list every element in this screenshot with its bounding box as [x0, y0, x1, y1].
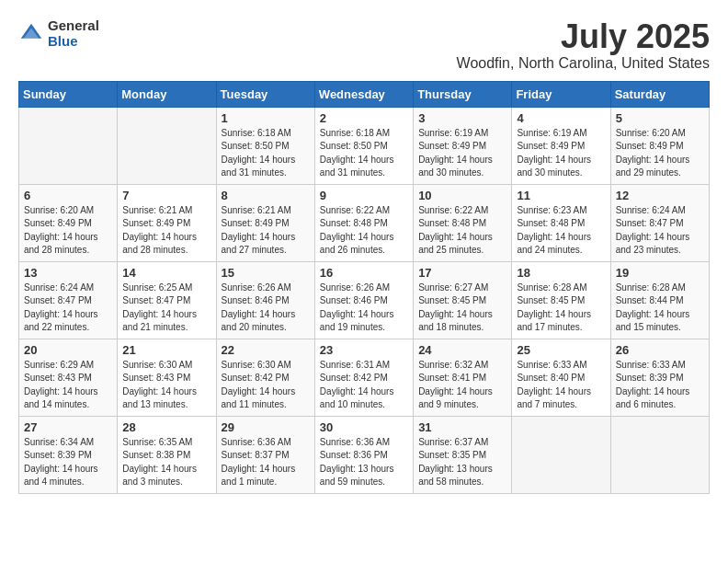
title-area: July 2025 Woodfin, North Carolina, Unite…: [457, 18, 710, 72]
calendar-cell: 29Sunrise: 6:36 AM Sunset: 8:37 PM Dayli…: [216, 416, 314, 493]
calendar-cell: [19, 107, 118, 184]
day-info: Sunrise: 6:30 AM Sunset: 8:42 PM Dayligh…: [222, 359, 310, 412]
day-number: 27: [24, 420, 112, 434]
day-number: 31: [418, 420, 506, 434]
day-number: 9: [320, 189, 408, 202]
day-number: 22: [222, 343, 310, 357]
logo: General Blue: [18, 18, 99, 49]
calendar-cell: 8Sunrise: 6:21 AM Sunset: 8:49 PM Daylig…: [216, 184, 314, 261]
month-title: July 2025: [457, 18, 710, 55]
day-number: 10: [418, 189, 506, 202]
day-info: Sunrise: 6:26 AM Sunset: 8:46 PM Dayligh…: [320, 282, 408, 335]
day-info: Sunrise: 6:22 AM Sunset: 8:48 PM Dayligh…: [418, 204, 506, 258]
day-info: Sunrise: 6:23 AM Sunset: 8:48 PM Dayligh…: [517, 204, 605, 258]
calendar-week-row: 1Sunrise: 6:18 AM Sunset: 8:50 PM Daylig…: [19, 107, 710, 184]
calendar-cell: 15Sunrise: 6:26 AM Sunset: 8:46 PM Dayli…: [216, 261, 314, 339]
day-info: Sunrise: 6:36 AM Sunset: 8:37 PM Dayligh…: [222, 436, 310, 489]
calendar-cell: 13Sunrise: 6:24 AM Sunset: 8:47 PM Dayli…: [19, 261, 118, 339]
day-number: 2: [320, 111, 408, 125]
day-info: Sunrise: 6:24 AM Sunset: 8:47 PM Dayligh…: [616, 204, 704, 258]
day-info: Sunrise: 6:21 AM Sunset: 8:49 PM Dayligh…: [122, 204, 210, 258]
day-number: 26: [616, 343, 704, 357]
calendar-week-row: 20Sunrise: 6:29 AM Sunset: 8:43 PM Dayli…: [19, 339, 710, 416]
day-info: Sunrise: 6:18 AM Sunset: 8:50 PM Dayligh…: [320, 127, 408, 180]
day-info: Sunrise: 6:35 AM Sunset: 8:38 PM Dayligh…: [122, 436, 210, 489]
day-number: 1: [222, 111, 310, 125]
day-number: 20: [24, 343, 112, 357]
day-number: 21: [122, 343, 210, 357]
day-number: 18: [517, 266, 605, 280]
calendar-header-saturday: Saturday: [610, 81, 709, 107]
calendar-cell: 9Sunrise: 6:22 AM Sunset: 8:48 PM Daylig…: [314, 184, 413, 261]
day-info: Sunrise: 6:24 AM Sunset: 8:47 PM Dayligh…: [24, 282, 112, 335]
calendar-cell: 19Sunrise: 6:28 AM Sunset: 8:44 PM Dayli…: [610, 261, 709, 339]
day-info: Sunrise: 6:25 AM Sunset: 8:47 PM Dayligh…: [122, 282, 210, 335]
calendar-cell: 20Sunrise: 6:29 AM Sunset: 8:43 PM Dayli…: [19, 339, 118, 416]
day-number: 6: [24, 189, 112, 202]
calendar-cell: 27Sunrise: 6:34 AM Sunset: 8:39 PM Dayli…: [19, 416, 118, 493]
day-number: 29: [222, 420, 310, 434]
calendar-header-monday: Monday: [118, 81, 216, 107]
day-number: 15: [222, 266, 310, 280]
day-number: 8: [222, 189, 310, 202]
day-info: Sunrise: 6:34 AM Sunset: 8:39 PM Dayligh…: [24, 436, 112, 489]
location-title: Woodfin, North Carolina, United States: [457, 55, 710, 72]
day-info: Sunrise: 6:20 AM Sunset: 8:49 PM Dayligh…: [616, 127, 704, 180]
calendar-cell: 1Sunrise: 6:18 AM Sunset: 8:50 PM Daylig…: [216, 107, 314, 184]
day-info: Sunrise: 6:36 AM Sunset: 8:36 PM Dayligh…: [320, 436, 408, 489]
day-number: 30: [320, 420, 408, 434]
calendar-cell: 3Sunrise: 6:19 AM Sunset: 8:49 PM Daylig…: [414, 107, 512, 184]
day-number: 25: [517, 343, 605, 357]
calendar-cell: 31Sunrise: 6:37 AM Sunset: 8:35 PM Dayli…: [414, 416, 512, 493]
calendar-cell: 10Sunrise: 6:22 AM Sunset: 8:48 PM Dayli…: [414, 184, 512, 261]
day-number: 3: [418, 111, 506, 125]
logo-text: General Blue: [48, 18, 99, 49]
calendar-cell: [512, 416, 610, 493]
calendar-cell: 11Sunrise: 6:23 AM Sunset: 8:48 PM Dayli…: [512, 184, 610, 261]
day-number: 7: [122, 189, 210, 202]
calendar-cell: 6Sunrise: 6:20 AM Sunset: 8:49 PM Daylig…: [19, 184, 118, 261]
day-info: Sunrise: 6:28 AM Sunset: 8:44 PM Dayligh…: [616, 282, 704, 335]
calendar-cell: 23Sunrise: 6:31 AM Sunset: 8:42 PM Dayli…: [314, 339, 413, 416]
day-number: 24: [418, 343, 506, 357]
day-info: Sunrise: 6:22 AM Sunset: 8:48 PM Dayligh…: [320, 204, 408, 258]
calendar-header-friday: Friday: [512, 81, 610, 107]
day-info: Sunrise: 6:18 AM Sunset: 8:50 PM Dayligh…: [222, 127, 310, 180]
calendar-header-row: SundayMondayTuesdayWednesdayThursdayFrid…: [19, 81, 710, 107]
calendar-cell: 4Sunrise: 6:19 AM Sunset: 8:49 PM Daylig…: [512, 107, 610, 184]
day-info: Sunrise: 6:29 AM Sunset: 8:43 PM Dayligh…: [24, 359, 112, 412]
logo-icon: [18, 21, 44, 47]
calendar-cell: 21Sunrise: 6:30 AM Sunset: 8:43 PM Dayli…: [118, 339, 216, 416]
day-info: Sunrise: 6:20 AM Sunset: 8:49 PM Dayligh…: [24, 204, 112, 258]
calendar-cell: 14Sunrise: 6:25 AM Sunset: 8:47 PM Dayli…: [118, 261, 216, 339]
calendar-cell: 26Sunrise: 6:33 AM Sunset: 8:39 PM Dayli…: [610, 339, 709, 416]
calendar-cell: 22Sunrise: 6:30 AM Sunset: 8:42 PM Dayli…: [216, 339, 314, 416]
day-number: 12: [616, 189, 704, 202]
day-info: Sunrise: 6:27 AM Sunset: 8:45 PM Dayligh…: [418, 282, 506, 335]
calendar-header-thursday: Thursday: [414, 81, 512, 107]
calendar-week-row: 6Sunrise: 6:20 AM Sunset: 8:49 PM Daylig…: [19, 184, 710, 261]
day-number: 14: [122, 266, 210, 280]
day-number: 19: [616, 266, 704, 280]
calendar-cell: 28Sunrise: 6:35 AM Sunset: 8:38 PM Dayli…: [118, 416, 216, 493]
day-info: Sunrise: 6:28 AM Sunset: 8:45 PM Dayligh…: [517, 282, 605, 335]
calendar-header-wednesday: Wednesday: [314, 81, 413, 107]
day-info: Sunrise: 6:26 AM Sunset: 8:46 PM Dayligh…: [222, 282, 310, 335]
day-number: 28: [122, 420, 210, 434]
day-number: 17: [418, 266, 506, 280]
page-header: General Blue July 2025 Woodfin, North Ca…: [18, 18, 710, 72]
calendar-cell: 16Sunrise: 6:26 AM Sunset: 8:46 PM Dayli…: [314, 261, 413, 339]
day-info: Sunrise: 6:19 AM Sunset: 8:49 PM Dayligh…: [418, 127, 506, 180]
day-info: Sunrise: 6:37 AM Sunset: 8:35 PM Dayligh…: [418, 436, 506, 489]
calendar-cell: 12Sunrise: 6:24 AM Sunset: 8:47 PM Dayli…: [610, 184, 709, 261]
day-number: 5: [616, 111, 704, 125]
day-number: 4: [517, 111, 605, 125]
day-number: 16: [320, 266, 408, 280]
calendar-cell: 17Sunrise: 6:27 AM Sunset: 8:45 PM Dayli…: [414, 261, 512, 339]
calendar-header-tuesday: Tuesday: [216, 81, 314, 107]
calendar-cell: 24Sunrise: 6:32 AM Sunset: 8:41 PM Dayli…: [414, 339, 512, 416]
calendar-cell: 2Sunrise: 6:18 AM Sunset: 8:50 PM Daylig…: [314, 107, 413, 184]
logo-general: General: [48, 18, 99, 34]
calendar-cell: 25Sunrise: 6:33 AM Sunset: 8:40 PM Dayli…: [512, 339, 610, 416]
calendar-cell: [610, 416, 709, 493]
